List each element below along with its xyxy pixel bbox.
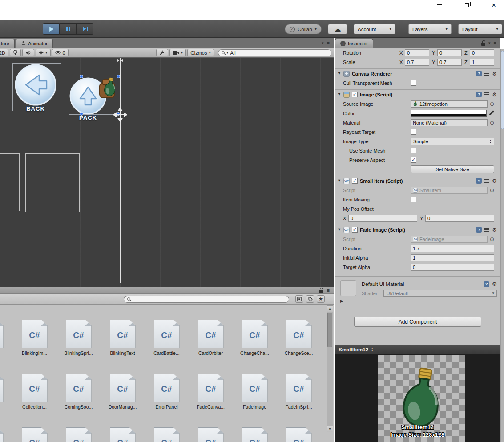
gizmos-dropdown[interactable]: Gizmos (187, 49, 214, 56)
cloud-services-button[interactable] (328, 24, 347, 34)
pos-offset-x-field[interactable] (348, 215, 417, 222)
scene-visibility-toggle[interactable]: 0 (52, 49, 69, 56)
selection-handle[interactable] (80, 112, 83, 116)
maximize-button[interactable] (457, 0, 476, 10)
project-item[interactable]: C#Collection... (12, 374, 56, 410)
object-picker-icon[interactable] (490, 237, 494, 242)
gear-icon[interactable] (492, 281, 497, 287)
foldout-arrow-icon[interactable] (337, 179, 341, 183)
canvas-renderer-header[interactable]: Canvas Renderer (335, 68, 500, 78)
gear-icon[interactable] (492, 92, 497, 97)
project-item[interactable]: C#ChangeSce... (277, 320, 321, 356)
component-enabled-checkbox[interactable] (352, 178, 358, 184)
small-item-header[interactable]: Small Item (Script) (335, 176, 500, 185)
object-picker-icon[interactable] (490, 188, 494, 193)
scale-z-field[interactable] (470, 59, 494, 66)
project-search-field[interactable] (124, 296, 289, 303)
set-native-size-button[interactable]: Set Native Size (411, 165, 494, 173)
rotation-y-field[interactable] (437, 49, 462, 56)
fade-image-header[interactable]: Fade Image (Script) (335, 225, 500, 234)
gear-icon[interactable] (492, 178, 497, 184)
foldout-arrow-icon[interactable] (337, 92, 341, 96)
add-component-button[interactable]: Add Component (354, 317, 481, 327)
gear-icon[interactable] (492, 227, 497, 233)
panel-menu-icon[interactable] (327, 288, 330, 293)
project-item[interactable]: C#FadeImage (233, 374, 277, 410)
project-item[interactable]: C#e... (0, 374, 12, 410)
project-item[interactable]: C#BlinkingIm... (12, 320, 56, 356)
lock-icon[interactable] (319, 290, 323, 293)
panel-menu-icon[interactable] (494, 41, 496, 46)
object-picker-icon[interactable] (490, 120, 494, 125)
project-item[interactable]: C#ErrorPanel (145, 374, 189, 410)
collab-dropdown[interactable]: Collab (285, 24, 322, 34)
favorites-button[interactable] (317, 295, 325, 303)
shader-dropdown[interactable]: UI/Default (383, 290, 497, 297)
project-scrollbar[interactable]: ▲ ▼ (327, 305, 333, 432)
project-item[interactable]: C#DoorManag... (101, 374, 145, 410)
material-foldout-icon[interactable] (340, 298, 343, 303)
tab-store[interactable]: tore (0, 39, 15, 48)
project-item[interactable]: C# (145, 427, 189, 442)
component-tools-button[interactable] (156, 49, 168, 56)
project-item[interactable]: C#FadeCanva... (189, 374, 233, 410)
rotation-z-field[interactable] (470, 49, 494, 56)
project-item[interactable]: C# (189, 427, 233, 442)
scene-effects-dropdown[interactable] (36, 49, 51, 56)
project-item[interactable]: C# (0, 427, 12, 442)
project-item[interactable]: C#a... (0, 320, 12, 356)
selection-handle[interactable] (80, 75, 83, 78)
tab-inspector[interactable]: Inspector (335, 39, 373, 48)
help-icon[interactable] (476, 227, 482, 233)
project-item[interactable]: C# (12, 427, 56, 442)
help-icon[interactable] (476, 92, 482, 97)
project-item[interactable]: C# (277, 427, 321, 442)
preset-icon[interactable] (484, 92, 489, 96)
script-field[interactable]: SmallItem (411, 187, 488, 194)
duration-field[interactable] (411, 245, 494, 252)
step-button[interactable] (77, 23, 93, 35)
item-moving-checkbox[interactable] (411, 197, 416, 202)
scene-search-field[interactable]: All (218, 49, 331, 56)
project-item[interactable]: C#ComingSoo... (56, 374, 101, 410)
preview-header[interactable]: SmallItem12 (335, 345, 500, 354)
rotation-x-field[interactable] (405, 49, 429, 56)
scroll-down-arrow[interactable]: ▼ (327, 426, 333, 432)
help-icon[interactable] (476, 71, 482, 76)
minimize-button[interactable] (430, 0, 448, 10)
preset-icon[interactable] (484, 228, 489, 232)
scene-camera-dropdown[interactable] (169, 49, 186, 56)
selection-handle[interactable] (117, 75, 120, 78)
project-item[interactable]: C# (233, 427, 277, 442)
project-item[interactable]: C# (56, 427, 101, 442)
scrollbar-thumb[interactable] (327, 313, 332, 347)
close-button[interactable]: × (484, 0, 503, 10)
object-picker-icon[interactable] (490, 101, 494, 107)
project-item[interactable]: C#ChangeCha... (233, 320, 277, 356)
chevron-down-icon[interactable] (488, 41, 491, 45)
source-image-field[interactable]: 12timepotion (411, 100, 488, 108)
2d-mode-toggle[interactable]: 2D (0, 49, 8, 56)
project-item[interactable]: C#CardBattle... (145, 320, 189, 356)
help-icon[interactable] (476, 178, 482, 184)
pause-button[interactable] (60, 23, 77, 35)
inspector-scrollbar[interactable] (500, 49, 504, 442)
help-icon[interactable] (484, 281, 489, 287)
preset-icon[interactable] (484, 179, 489, 183)
preserve-aspect-checkbox[interactable] (411, 157, 416, 163)
search-by-type-button[interactable] (295, 295, 303, 303)
project-item[interactable]: C#CardOrbiter (189, 320, 233, 356)
lock-icon[interactable] (481, 43, 485, 46)
search-by-label-button[interactable] (306, 295, 314, 303)
move-tool-gizmo[interactable] (113, 108, 127, 122)
image-component-header[interactable]: Image (Script) (335, 89, 500, 99)
project-item[interactable]: C# (101, 427, 145, 442)
layout-dropdown[interactable]: Layout (458, 24, 502, 34)
component-enabled-checkbox[interactable] (352, 92, 358, 97)
eyedropper-icon[interactable] (489, 110, 494, 117)
raycast-target-checkbox[interactable] (411, 129, 416, 135)
preset-icon[interactable] (484, 72, 489, 76)
project-item[interactable]: C#FadeInSpri... (277, 374, 321, 410)
project-item[interactable]: C#BlinkingSpri... (56, 320, 101, 356)
foldout-arrow-icon[interactable] (337, 228, 341, 232)
